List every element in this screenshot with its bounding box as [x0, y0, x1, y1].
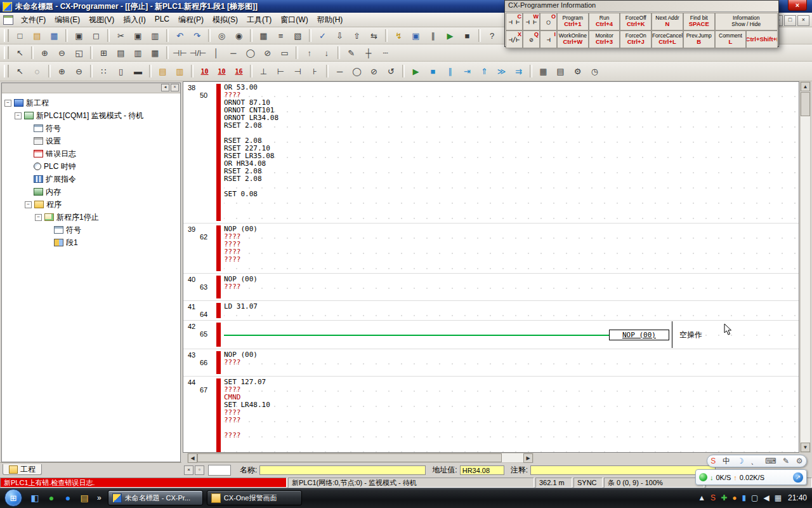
scroll-right-icon[interactable]: ▶	[523, 453, 533, 463]
tree-item-symbols-10[interactable]: 符号	[2, 224, 180, 236]
contact-not-tool[interactable]: ⊣/⊢	[189, 45, 207, 60]
workspace-close-icon[interactable]: ×	[171, 84, 179, 91]
help-button[interactable]: ?	[484, 28, 500, 43]
hline-button[interactable]: ─	[332, 64, 348, 79]
taskbar-clock[interactable]: 21:40	[788, 493, 807, 502]
tray-expand-icon[interactable]: ▲	[698, 494, 705, 502]
scroll-up-icon[interactable]: ▲	[801, 82, 810, 91]
menu-item-1[interactable]: 编辑(E)	[50, 13, 84, 27]
tree-expander-icon[interactable]: −	[15, 112, 22, 119]
menu-item-4[interactable]: PLC	[150, 13, 174, 27]
quick-launch-overflow-icon[interactable]: »	[97, 493, 102, 502]
pause-monitor-button[interactable]: ∥	[425, 28, 441, 43]
tray-safe-icon[interactable]: ✚	[721, 494, 727, 502]
tree-expander-icon[interactable]: −	[35, 214, 42, 221]
sim-run-button[interactable]: ▶	[408, 64, 424, 79]
line-delete-tool[interactable]: ┄	[377, 45, 393, 60]
marquee-tool[interactable]: ◌	[29, 64, 45, 79]
horizontal-scroll-thumb[interactable]	[197, 453, 502, 462]
vertical-scrollbar[interactable]: ▲ ▼	[800, 81, 811, 453]
monitor-contact-left-button[interactable]: ⊣	[290, 64, 306, 79]
tree-item-expansion-6[interactable]: 扩展指令	[2, 173, 180, 185]
cut-button[interactable]: ✂	[113, 28, 129, 43]
replace-button[interactable]: ◉	[231, 28, 247, 43]
plc-settings-button[interactable]: ⚙	[570, 64, 586, 79]
sim-continuous-button[interactable]: ≫	[494, 64, 509, 79]
toolbar-grip[interactable]	[4, 65, 9, 77]
new-button[interactable]: □	[12, 28, 28, 43]
tree-item-plc-1[interactable]: −新PLC1[CQM1] 监视模式 - 待机	[2, 109, 180, 122]
select-tool[interactable]: ↖	[12, 45, 28, 60]
menu-item-5[interactable]: 编程(P)	[174, 13, 208, 27]
line-connect-tool[interactable]: ┼	[360, 45, 376, 60]
zoom-in-2-button[interactable]: ⊕	[54, 64, 70, 79]
quick-green-orb-icon[interactable]: ●	[44, 491, 58, 505]
close-pane-icon[interactable]: ×	[184, 465, 193, 475]
compile-button[interactable]: ✓	[315, 28, 331, 43]
tree-item-programs-8[interactable]: −程序	[2, 198, 180, 211]
horizontal-line-tool[interactable]: ─	[225, 45, 241, 60]
speedup-icon[interactable]: ↗	[793, 472, 803, 483]
quick-ie-icon[interactable]: ◧	[28, 491, 42, 505]
paste-button[interactable]: ▥	[147, 28, 163, 43]
pin-pane-icon[interactable]: ▫	[195, 465, 204, 475]
menu-item-3[interactable]: 插入(I)	[119, 13, 150, 27]
sim-stop-button[interactable]: ■	[425, 64, 441, 79]
io-table-button[interactable]: ▤	[553, 64, 568, 79]
info-window-titlebar[interactable]: CX-Programmer Information	[505, 1, 778, 12]
tray-orange-icon[interactable]: ●	[732, 494, 737, 502]
copy-button[interactable]: ▣	[130, 28, 146, 43]
open-button[interactable]: ▤	[29, 28, 45, 43]
menu-item-8[interactable]: 窗口(W)	[276, 13, 312, 27]
redo-button[interactable]: ↷	[189, 28, 205, 43]
run-mode-button[interactable]: ▶	[442, 28, 458, 43]
ime-punct-icon[interactable]: 、	[750, 457, 758, 465]
print-preview-button[interactable]: ◻	[88, 28, 104, 43]
pointer-tool[interactable]: ↖	[12, 64, 28, 79]
hex-display-button[interactable]: 16	[231, 64, 247, 79]
ime-sogou-icon[interactable]: S	[710, 457, 716, 465]
rung-body[interactable]: NOP (00)空操作	[224, 323, 799, 347]
decimal-display-button[interactable]: 10	[214, 64, 230, 79]
compare-button[interactable]: ⇆	[366, 28, 382, 43]
tree-expander-icon[interactable]: −	[4, 100, 11, 107]
invert-button[interactable]: ↺	[383, 64, 399, 79]
rising-edge-tool[interactable]: ↑	[301, 45, 317, 60]
start-button[interactable]: ⊞	[4, 489, 22, 507]
tree-item-error-log-4[interactable]: 错误日志	[2, 147, 180, 160]
ime-lang-icon[interactable]: 中	[723, 457, 730, 465]
upload-button[interactable]: ⇧	[349, 28, 365, 43]
coil-not-tool[interactable]: ⊘	[259, 45, 275, 60]
toolbar-grip[interactable]	[4, 29, 9, 42]
grid-button[interactable]: ⊞	[96, 45, 112, 60]
taskbar-button-cx-one-alarm[interactable]: CX-One报警画面	[207, 490, 302, 505]
quick-blue-orb-icon[interactable]: ●	[61, 491, 75, 505]
menu-item-7[interactable]: 工具(T)	[242, 13, 276, 27]
plc-clock-button[interactable]: ◷	[587, 64, 603, 79]
tray-volume-icon[interactable]: ◀	[763, 494, 769, 502]
zoom-out-button[interactable]: ⊖	[54, 45, 70, 60]
instruction-tool[interactable]: ▭	[277, 45, 292, 60]
monitor-button[interactable]: ▣	[408, 28, 424, 43]
tray-sogou-icon[interactable]: S	[710, 494, 716, 502]
tree-expander-icon[interactable]: −	[25, 201, 32, 208]
page-button[interactable]: ▯	[113, 64, 129, 79]
menu-item-9[interactable]: 帮助(H)	[313, 13, 348, 27]
stop-mode-button[interactable]: ■	[459, 28, 475, 43]
address-input[interactable]: HR34.08	[460, 465, 504, 475]
symbol-table-button[interactable]: ▦	[256, 28, 272, 43]
grid-dots-button[interactable]: ∷	[96, 64, 112, 79]
ime-toolbar[interactable]: S中☽、⌨✎⚙	[707, 455, 807, 467]
ruler-button[interactable]: ▬	[130, 64, 146, 79]
local-symbols-button[interactable]: ▤	[155, 64, 171, 79]
sim-step-button[interactable]: ⇥	[459, 64, 475, 79]
cross-reference-button[interactable]: ▧	[290, 28, 306, 43]
quick-folder-icon[interactable]: ▤	[77, 491, 91, 505]
tray-monitor-icon[interactable]: ▢	[751, 494, 758, 502]
taskbar-button-cx-programmer[interactable]: 未命名標題 - CX-Pr...	[108, 490, 203, 505]
dock-arrow-icon[interactable]: ◂	[161, 84, 169, 91]
ime-keyboard-icon[interactable]: ⌨	[765, 457, 776, 465]
menu-item-0[interactable]: 文件(F)	[16, 13, 50, 27]
print-button[interactable]: ▣	[71, 28, 87, 43]
toolbar-grip[interactable]	[4, 46, 9, 59]
